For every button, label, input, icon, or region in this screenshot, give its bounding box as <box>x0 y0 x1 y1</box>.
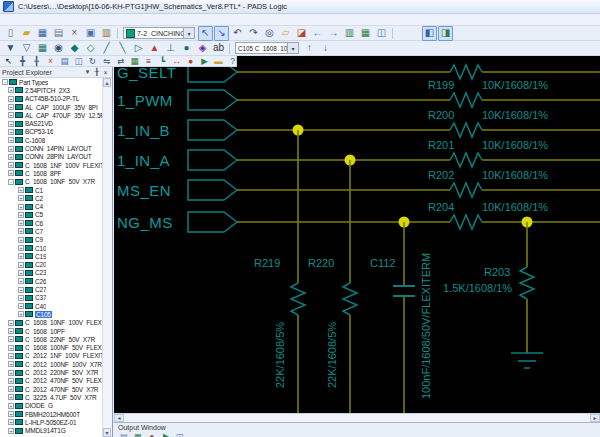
paste-icon[interactable]: ▥ <box>99 26 114 41</box>
tree-item-expanded[interactable]: - C_1608_10NF_50V_X7R <box>0 178 103 186</box>
expander-icon[interactable]: + <box>18 195 24 201</box>
delete-icon[interactable]: × <box>44 55 57 68</box>
scroll-right-icon[interactable]: ▸ <box>590 414 600 422</box>
previous-icon[interactable]: ↑ <box>302 41 317 56</box>
value-label[interactable]: 10K/1608/1% <box>482 79 548 91</box>
mirror-icon[interactable]: ⇋ <box>100 55 113 68</box>
expander-icon[interactable]: + <box>8 129 14 135</box>
output-window-icon[interactable]: ◫ <box>174 431 186 437</box>
refdes-label[interactable]: R203 <box>484 266 510 278</box>
tree-item[interactable]: + C27 <box>0 285 103 293</box>
copy-icon[interactable]: ▣ <box>83 26 98 41</box>
expander-icon[interactable]: + <box>8 320 14 326</box>
tree-item[interactable]: + 2.54PITCH_2X3 <box>0 86 103 94</box>
expander-icon[interactable]: + <box>8 112 14 118</box>
wire-add-icon[interactable]: ╱ <box>99 41 114 56</box>
value-label-vertical[interactable]: 100nF/1608/50V/FLEXITERM <box>420 249 433 399</box>
resistor-r204[interactable] <box>450 215 482 229</box>
select-arrow-icon[interactable]: ↖ <box>2 55 15 68</box>
net-label[interactable]: NG_MS <box>117 214 173 231</box>
refdes-label[interactable]: R202 <box>428 169 454 181</box>
tree-item[interactable]: + DIODE_G <box>0 402 103 410</box>
expander-icon[interactable]: + <box>18 212 24 218</box>
net-connector-ng-ms[interactable] <box>188 212 237 232</box>
expander-icon[interactable]: - <box>2 79 8 85</box>
tree-item[interactable]: + FBMH2012HM600T <box>0 410 103 418</box>
tree-item[interactable]: + C1 <box>0 186 103 194</box>
expander-icon[interactable]: + <box>8 137 14 143</box>
resistor-top-partial[interactable] <box>450 65 482 79</box>
expander-icon[interactable]: + <box>8 87 14 93</box>
junction-icon[interactable]: ● <box>179 41 194 56</box>
tree-item[interactable]: + CONN_14PIN_LAYOUT <box>0 144 103 152</box>
tree-item[interactable]: + L-IHLP-5050EZ-01 <box>0 418 103 426</box>
expander-icon[interactable]: + <box>18 278 24 284</box>
refdes-label[interactable]: C112 <box>370 257 395 269</box>
redraw-icon[interactable]: ◪ <box>294 26 309 41</box>
refdes-label[interactable]: R204 <box>428 201 454 213</box>
tree-item[interactable]: + C_1608_8PF <box>0 169 103 177</box>
spreadsheet-icon[interactable]: ▦ <box>358 26 373 41</box>
tree-item[interactable]: + C4 <box>0 202 103 210</box>
tree-item[interactable]: + C10 <box>0 244 103 252</box>
expander-icon[interactable]: + <box>18 220 24 226</box>
expander-icon[interactable]: + <box>18 262 24 268</box>
expander-icon[interactable]: + <box>18 270 24 276</box>
resistor-r202[interactable] <box>450 183 482 197</box>
refdes-label[interactable]: R200 <box>428 109 454 121</box>
refdes-label[interactable]: R199 <box>428 79 454 91</box>
value-label[interactable]: 10K/1608/1% <box>482 139 548 151</box>
scroll-up-icon[interactable]: ▴ <box>103 78 111 87</box>
tree-item[interactable]: + C20 <box>0 261 103 269</box>
expander-icon[interactable]: + <box>8 428 14 434</box>
expander-icon[interactable]: - <box>8 179 14 185</box>
expander-icon[interactable]: + <box>8 170 14 176</box>
tree-item[interactable]: + C19 <box>0 252 103 260</box>
tree-item[interactable]: + C_2012_1NF_100V_FLEXITERM <box>0 352 103 360</box>
close-icon[interactable]: × <box>101 69 110 76</box>
duplicate-icon[interactable]: ◫ <box>72 55 85 68</box>
mail-send-icon[interactable]: ▬ <box>212 55 225 68</box>
net-label[interactable]: 1_IN_B <box>117 122 170 139</box>
expander-icon[interactable]: + <box>8 345 14 351</box>
net-connector-1-in-a[interactable] <box>188 150 237 170</box>
select-objects-icon[interactable]: ↘ <box>214 26 229 41</box>
tree-item[interactable]: + C2 <box>0 194 103 202</box>
net-connector-1-in-b[interactable] <box>188 120 237 140</box>
tree-item[interactable]: + C6 <box>0 219 103 227</box>
print-icon[interactable]: ▤ <box>51 26 66 41</box>
tree-item[interactable]: + C7 <box>0 227 103 235</box>
tree-item[interactable]: + C_2012_220NF_50V_X7R <box>0 368 103 376</box>
expander-icon[interactable]: + <box>8 154 14 160</box>
macro-record-icon[interactable]: ● <box>184 55 197 68</box>
expander-icon[interactable]: + <box>18 245 24 251</box>
expander-icon[interactable]: + <box>18 287 24 293</box>
net-label[interactable]: 1_PWM <box>117 92 173 109</box>
expander-icon[interactable]: + <box>8 361 14 367</box>
redo-icon[interactable]: ↷ <box>246 26 261 41</box>
tree-item[interactable]: + BCP53-16 <box>0 128 103 136</box>
tree-item[interactable]: + C105 <box>0 310 103 318</box>
step-repeat-icon[interactable]: ▦ <box>128 55 141 68</box>
expander-icon[interactable]: + <box>8 146 14 152</box>
resistor-r199[interactable] <box>450 93 482 107</box>
text-icon[interactable]: ab <box>211 41 226 56</box>
help-icon[interactable]: ? <box>226 55 239 68</box>
capacitor-c112[interactable] <box>393 286 415 296</box>
chevron-down-icon[interactable]: ▾ <box>287 43 298 53</box>
expander-icon[interactable]: + <box>8 378 14 384</box>
expander-icon[interactable]: + <box>18 204 24 210</box>
decals-icon[interactable]: ▦ <box>35 41 50 56</box>
report-icon[interactable]: ▥ <box>342 26 357 41</box>
schematic-canvas[interactable]: G_SELT 1_PWM 1_IN_B 1_IN_A MS_EN NG_MS R… <box>114 56 600 413</box>
view-eye-icon[interactable]: ◉ <box>51 41 66 56</box>
back-icon[interactable]: ← <box>310 26 325 41</box>
power-symbol-icon[interactable]: ▲ <box>147 41 162 56</box>
expander-icon[interactable]: + <box>8 419 14 425</box>
tree-item[interactable]: + C_1608_22NF_50V_X7R <box>0 335 103 343</box>
value-label[interactable]: 10K/1608/1% <box>482 109 548 121</box>
properties-view-icon[interactable]: ◫ <box>374 26 389 41</box>
zoom-icon[interactable]: ◎ <box>262 26 277 41</box>
route-icon[interactable]: ┗ <box>156 55 169 68</box>
expander-icon[interactable]: + <box>8 411 14 417</box>
